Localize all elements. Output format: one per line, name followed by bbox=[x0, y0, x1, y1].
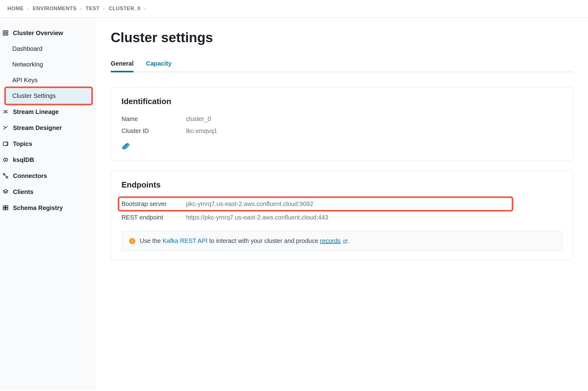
info-banner: ! Use the Kafka REST API to interact wit… bbox=[121, 231, 562, 251]
banner-prefix: Use the bbox=[140, 237, 162, 244]
svg-rect-3 bbox=[6, 34, 8, 35]
page-title: Cluster settings bbox=[111, 30, 573, 45]
banner-text: Use the Kafka REST API to interact with … bbox=[140, 237, 349, 244]
bootstrap-label: Bootstrap server bbox=[121, 200, 186, 208]
chevron-right-icon: › bbox=[80, 6, 82, 11]
svg-rect-2 bbox=[3, 34, 5, 35]
nav-label: Topics bbox=[13, 140, 32, 147]
connectors-icon bbox=[2, 172, 9, 179]
nav-label: Stream Designer bbox=[13, 124, 62, 131]
bootstrap-value: pkc-ymrq7.us-east-2.aws.confluent.cloud:… bbox=[186, 200, 313, 208]
nav-stream-designer[interactable]: Stream Designer bbox=[0, 120, 96, 136]
banner-middle: to interact with your cluster and produc… bbox=[208, 237, 320, 244]
bootstrap-row: Bootstrap server pkc-ymrq7.us-east-2.aws… bbox=[120, 199, 511, 209]
nav-ksqldb[interactable]: ksqlDB bbox=[0, 152, 96, 168]
rest-label: REST endpoint bbox=[121, 214, 186, 221]
nav-label: Stream Lineage bbox=[13, 108, 59, 115]
crumb-test[interactable]: TEST bbox=[85, 6, 99, 12]
cluster-id-value: lkc-xmqvq1 bbox=[186, 127, 217, 135]
chevron-right-icon: › bbox=[144, 6, 146, 11]
records-link[interactable]: records bbox=[320, 237, 341, 244]
rest-endpoint-row: REST endpoint https://pkc-ymrq7.us-east-… bbox=[121, 212, 562, 224]
svg-rect-7 bbox=[3, 206, 6, 208]
nav-cluster-settings[interactable]: Cluster Settings bbox=[4, 87, 93, 105]
svg-rect-4 bbox=[3, 142, 8, 146]
crumb-cluster[interactable]: CLUSTER_0 bbox=[109, 6, 141, 12]
cluster-id-row: Cluster ID lkc-xmqvq1 bbox=[121, 125, 562, 137]
crumb-environments[interactable]: ENVIRONMENTS bbox=[33, 6, 77, 12]
topics-icon bbox=[2, 140, 9, 147]
nav-topics[interactable]: Topics bbox=[0, 136, 96, 152]
nav-cluster-overview[interactable]: Cluster Overview bbox=[0, 25, 96, 41]
chevron-right-icon: › bbox=[103, 6, 105, 11]
kafka-rest-api-link[interactable]: Kafka REST API bbox=[162, 237, 207, 244]
ksqldb-icon bbox=[2, 156, 9, 163]
svg-rect-1 bbox=[6, 31, 8, 33]
identification-heading: Identification bbox=[121, 97, 562, 106]
endpoints-card: Endpoints Bootstrap server pkc-ymrq7.us-… bbox=[111, 171, 573, 260]
tab-capacity[interactable]: Capacity bbox=[146, 60, 171, 71]
nav-label: Schema Registry bbox=[13, 204, 63, 212]
svg-rect-0 bbox=[3, 31, 5, 33]
tab-general[interactable]: General bbox=[111, 60, 133, 71]
nav-api-keys[interactable]: API Keys bbox=[0, 72, 96, 88]
chevron-right-icon: › bbox=[27, 6, 29, 11]
nav-label: Clients bbox=[13, 188, 34, 195]
nav-label: Cluster Overview bbox=[13, 30, 63, 37]
dashboard-icon bbox=[2, 29, 9, 37]
identification-card: Identification Name cluster_0 Cluster ID… bbox=[111, 87, 573, 161]
edit-icon[interactable] bbox=[123, 142, 131, 151]
external-link-icon bbox=[343, 239, 348, 244]
svg-rect-8 bbox=[6, 206, 8, 208]
sidebar: Cluster Overview Dashboard Networking AP… bbox=[0, 18, 96, 390]
nav-networking[interactable]: Networking bbox=[0, 57, 96, 72]
nav-connectors[interactable]: Connectors bbox=[0, 168, 96, 184]
main-content: Cluster settings General Capacity Identi… bbox=[96, 18, 588, 390]
rest-value: https://pkc-ymrq7.us-east-2.aws.confluen… bbox=[186, 214, 328, 221]
tabs: General Capacity bbox=[111, 60, 573, 72]
lineage-icon bbox=[2, 108, 9, 115]
bootstrap-highlight: Bootstrap server pkc-ymrq7.us-east-2.aws… bbox=[118, 196, 513, 212]
clients-icon bbox=[2, 188, 9, 195]
nav-schema-registry[interactable]: Schema Registry bbox=[0, 200, 96, 216]
name-value: cluster_0 bbox=[186, 115, 211, 123]
svg-rect-10 bbox=[6, 208, 8, 210]
nav-label: Connectors bbox=[13, 172, 47, 179]
nav-clients[interactable]: Clients bbox=[0, 184, 96, 200]
nav-label: ksqlDB bbox=[13, 156, 34, 163]
name-label: Name bbox=[121, 115, 186, 123]
svg-rect-9 bbox=[3, 208, 6, 210]
cluster-id-label: Cluster ID bbox=[121, 127, 186, 135]
nav-dashboard[interactable]: Dashboard bbox=[0, 41, 96, 57]
banner-suffix: . bbox=[348, 237, 350, 244]
designer-icon bbox=[2, 124, 9, 131]
endpoints-heading: Endpoints bbox=[121, 180, 562, 190]
breadcrumb: HOME › ENVIRONMENTS › TEST › CLUSTER_0 › bbox=[0, 0, 588, 18]
name-row: Name cluster_0 bbox=[121, 113, 562, 125]
crumb-home[interactable]: HOME bbox=[7, 6, 24, 12]
schema-registry-icon bbox=[2, 204, 9, 212]
warning-icon: ! bbox=[129, 238, 135, 244]
nav-stream-lineage[interactable]: Stream Lineage bbox=[0, 104, 96, 120]
